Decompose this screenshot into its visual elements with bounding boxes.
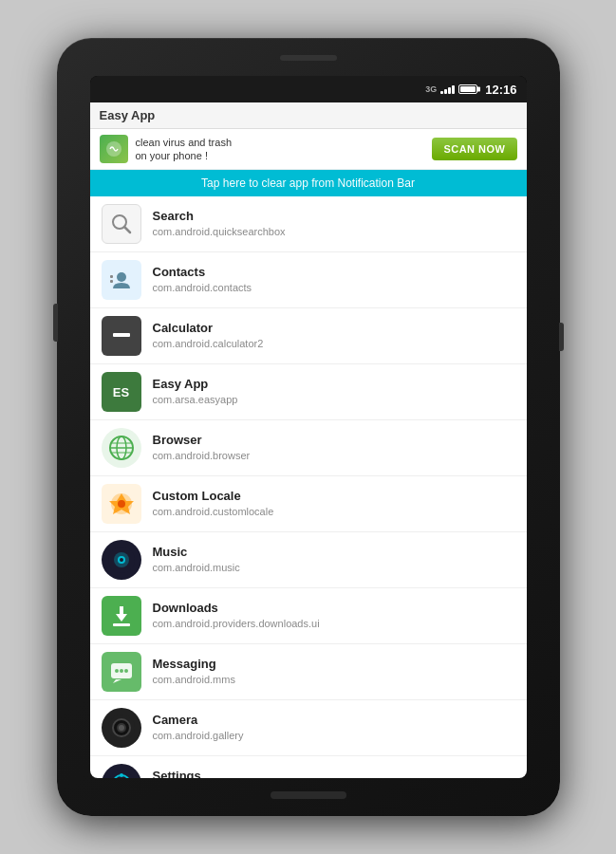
ad-line2: on your phone ! (136, 149, 233, 162)
status-icons: 3G 12:16 (425, 83, 516, 97)
svg-point-22 (124, 669, 128, 673)
app-icon-browser (102, 428, 141, 468)
app-info: Contacts com.android.contacts (153, 265, 515, 294)
app-name: Downloads (153, 601, 515, 617)
list-item[interactable]: Downloads com.android.providers.download… (90, 588, 527, 644)
app-icon-camera (102, 708, 141, 748)
ad-text: clean virus and trash on your phone ! (136, 136, 233, 163)
list-item[interactable]: Search com.android.quicksearchbox (90, 196, 527, 252)
app-name: Calculator (153, 321, 515, 337)
list-item[interactable]: Settings com.android.settings (90, 756, 527, 778)
app-package: com.android.browser (153, 449, 515, 462)
app-name: Contacts (153, 265, 515, 281)
app-package: com.android.mms (153, 673, 515, 686)
app-name: Music (153, 545, 515, 561)
list-item[interactable]: Calculator com.android.calculator2 (90, 308, 527, 364)
app-name: Custom Locale (153, 489, 515, 505)
svg-point-26 (119, 725, 124, 731)
app-list: Search com.android.quicksearchbox (90, 196, 527, 778)
app-icon-settings (102, 764, 141, 778)
app-info: Easy App com.arsa.easyapp (153, 377, 515, 406)
app-info: Messaging com.android.mms (153, 657, 515, 686)
ad-content: clean virus and trash on your phone ! (100, 135, 433, 163)
list-item[interactable]: Contacts com.android.contacts (90, 252, 527, 308)
svg-point-17 (120, 558, 123, 562)
app-icon-easyapp: ES (102, 372, 141, 412)
svg-point-21 (120, 669, 123, 673)
svg-rect-4 (110, 275, 113, 278)
app-name: Settings (153, 769, 515, 778)
app-package: com.arsa.easyapp (153, 393, 515, 406)
app-name: Messaging (153, 657, 515, 673)
list-item[interactable]: Browser com.android.browser (90, 420, 527, 476)
app-name: Camera (153, 713, 515, 729)
svg-point-3 (117, 272, 126, 282)
app-info: Calculator com.android.calculator2 (153, 321, 515, 350)
app-icon-calculator (102, 316, 141, 356)
svg-point-20 (115, 669, 119, 673)
app-package: com.android.gallery (153, 729, 515, 742)
notification-text: Tap here to clear app from Notification … (201, 176, 415, 190)
app-info: Music com.android.music (153, 545, 515, 574)
app-icon-downloads (102, 596, 141, 636)
battery-fill (460, 86, 475, 92)
app-package: com.android.providers.downloads.ui (153, 617, 515, 630)
app-package: com.android.music (153, 561, 515, 574)
app-name: Easy App (153, 377, 515, 393)
app-info: Custom Locale com.android.customlocale (153, 489, 515, 518)
network-indicator: 3G (425, 84, 437, 94)
app-info: Camera com.android.gallery (153, 713, 515, 742)
app-package: com.android.contacts (153, 281, 515, 294)
app-name: Browser (153, 433, 515, 449)
svg-rect-18 (113, 623, 130, 626)
svg-line-2 (124, 227, 130, 232)
app-package: com.android.calculator2 (153, 337, 515, 350)
ad-icon (100, 135, 128, 163)
app-package: com.android.quicksearchbox (153, 225, 515, 238)
app-icon-contacts (102, 260, 141, 300)
svg-rect-6 (113, 333, 130, 337)
status-bar: 3G 12:16 (90, 76, 527, 102)
signal-icon (440, 85, 455, 94)
ad-line1: clean virus and trash (136, 136, 233, 149)
list-item[interactable]: ES Easy App com.arsa.easyapp (90, 364, 527, 420)
app-icon-messaging (102, 652, 141, 692)
svg-point-13 (118, 500, 125, 508)
ad-banner[interactable]: clean virus and trash on your phone ! SC… (90, 129, 527, 170)
app-icon-search (102, 204, 141, 244)
svg-point-30 (120, 773, 123, 777)
app-info: Settings com.android.settings (153, 769, 515, 778)
app-icon-locale (102, 484, 141, 524)
clock: 12:16 (485, 83, 516, 97)
list-item[interactable]: Messaging com.android.mms (90, 644, 527, 700)
screen: 3G 12:16 Easy App (90, 76, 527, 778)
app-screen: Easy App clean virus and trash on your p… (90, 102, 527, 778)
notification-bar[interactable]: Tap here to clear app from Notification … (90, 170, 527, 196)
volume-button[interactable] (53, 304, 58, 342)
list-item[interactable]: Camera com.android.gallery (90, 700, 527, 756)
tablet-device: 3G 12:16 Easy App (57, 38, 560, 816)
app-name: Search (153, 209, 515, 225)
app-header: Easy App (90, 102, 527, 129)
app-info: Downloads com.android.providers.download… (153, 601, 515, 630)
list-item[interactable]: Custom Locale com.android.customlocale (90, 476, 527, 532)
power-button[interactable] (559, 323, 564, 351)
svg-rect-5 (110, 280, 113, 283)
app-info: Browser com.android.browser (153, 433, 515, 462)
scan-button[interactable]: SCAN NOW (432, 138, 516, 160)
app-icon-music (102, 540, 141, 580)
battery-icon (458, 84, 477, 94)
app-info: Search com.android.quicksearchbox (153, 209, 515, 238)
list-item[interactable]: Music com.android.music (90, 532, 527, 588)
app-title: Easy App (100, 108, 156, 122)
app-package: com.android.customlocale (153, 505, 515, 518)
